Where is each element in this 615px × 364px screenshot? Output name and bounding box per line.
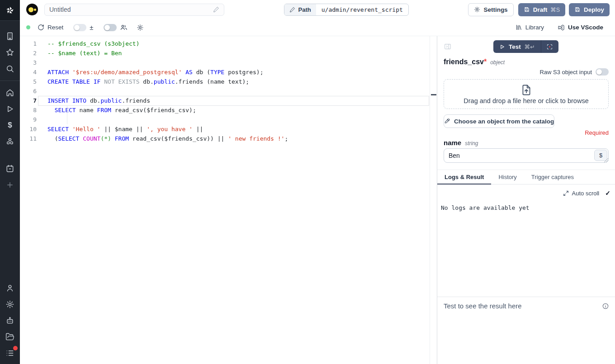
workspace-icon[interactable] bbox=[0, 28, 20, 44]
code-line-6[interactable]: 6 bbox=[20, 86, 437, 96]
line-number: 5 bbox=[20, 77, 37, 86]
left-sidebar: $ bbox=[0, 0, 20, 364]
favorites-star-icon[interactable] bbox=[0, 44, 20, 61]
path-label: Path bbox=[298, 6, 311, 13]
autoscroll-check-icon[interactable]: ✓ bbox=[605, 189, 610, 197]
code-editor[interactable]: 1-- $friends_csv (s3object)2-- $name (te… bbox=[20, 36, 437, 364]
add-icon[interactable] bbox=[0, 177, 20, 193]
home-icon[interactable] bbox=[0, 85, 20, 101]
runs-play-icon[interactable] bbox=[0, 101, 20, 117]
edit-title-pencil-icon[interactable] bbox=[213, 6, 219, 13]
line-number: 7 bbox=[20, 96, 37, 105]
workers-robot-icon[interactable] bbox=[0, 312, 20, 329]
input-resize-handle[interactable] bbox=[604, 158, 608, 162]
code-lines: 1-- $friends_csv (s3object)2-- $name (te… bbox=[20, 39, 437, 143]
line-number: 1 bbox=[20, 39, 37, 48]
info-icon[interactable] bbox=[602, 303, 609, 310]
code-text: INSERT INTO db.public.friends bbox=[47, 96, 437, 105]
code-line-4[interactable]: 4ATTACH '$res:u/demo/amazed_postgresql' … bbox=[20, 67, 437, 77]
choose-object-catalog-button[interactable]: Choose an object from the catalog bbox=[444, 114, 554, 128]
code-line-9[interactable]: 9 bbox=[20, 115, 437, 124]
autoscroll-label[interactable]: Auto scroll bbox=[572, 190, 600, 197]
tab-logs-result[interactable]: Logs & Result bbox=[437, 170, 491, 184]
audit-logs-list-icon[interactable] bbox=[0, 345, 20, 361]
tab-history[interactable]: History bbox=[491, 170, 524, 184]
settings-button[interactable]: Settings bbox=[468, 3, 513, 16]
code-text: (SELECT COUNT(*) FROM read_csv($friends_… bbox=[47, 134, 437, 143]
code-line-10[interactable]: 10SELECT 'Hello ' || $name || ', you hav… bbox=[20, 124, 437, 134]
code-line-7[interactable]: 7INSERT INTO db.public.friends bbox=[20, 96, 437, 105]
top-bar: Untitled Path u/admin/reverent_script bbox=[20, 0, 615, 19]
name-input[interactable] bbox=[444, 148, 609, 163]
code-line-3[interactable]: 3 bbox=[20, 58, 437, 67]
use-vscode-button[interactable]: Use VScode bbox=[558, 24, 603, 31]
indent-guide bbox=[67, 105, 67, 124]
deploy-label: Deploy bbox=[584, 6, 604, 13]
library-label: Library bbox=[525, 24, 544, 31]
code-text bbox=[47, 115, 437, 124]
collaborators-users-icon[interactable] bbox=[120, 24, 128, 31]
reset-button[interactable]: Reset bbox=[38, 24, 63, 31]
raw-s3-label: Raw S3 object input bbox=[539, 69, 592, 76]
reset-refresh-icon bbox=[38, 24, 44, 31]
settings-label: Settings bbox=[483, 6, 507, 13]
overview-ruler[interactable] bbox=[430, 36, 437, 364]
draft-button[interactable]: Draft ⌘S bbox=[518, 3, 565, 16]
edit-path-pencil-icon bbox=[289, 7, 295, 13]
save-icon bbox=[574, 6, 581, 13]
search-icon[interactable] bbox=[0, 61, 20, 77]
code-text: -- $name (text) = Ben bbox=[47, 48, 437, 58]
folders-icon[interactable] bbox=[0, 329, 20, 345]
code-line-8[interactable]: 8 SELECT name FROM read_csv($friends_csv… bbox=[20, 105, 437, 115]
code-text: -- $friends_csv (s3object) bbox=[47, 39, 437, 48]
result-placeholder: Test to see the result here bbox=[444, 302, 602, 310]
workspace-settings-gear-icon[interactable] bbox=[0, 296, 20, 312]
collapse-panel-icon[interactable] bbox=[444, 43, 452, 51]
schedules-calendar-icon[interactable] bbox=[0, 161, 20, 177]
code-line-5[interactable]: 5CREATE TABLE IF NOT EXISTS db.public.fr… bbox=[20, 77, 437, 86]
line-number: 9 bbox=[20, 115, 37, 124]
path-widget[interactable]: Path u/admin/reverent_script bbox=[284, 4, 409, 16]
pipette-icon bbox=[444, 118, 450, 124]
file-upload-icon bbox=[520, 84, 533, 96]
tab-trigger-captures[interactable]: Trigger captures bbox=[524, 170, 581, 184]
draft-label: Draft bbox=[533, 6, 548, 13]
file-dropzone[interactable]: Drag and drop a file here or click to br… bbox=[444, 79, 609, 109]
code-text bbox=[47, 86, 437, 96]
capture-button[interactable] bbox=[541, 40, 558, 53]
code-line-2[interactable]: 2-- $name (text) = Ben bbox=[20, 48, 437, 58]
code-text: ATTACH '$res:u/demo/amazed_postgresql' A… bbox=[47, 67, 437, 77]
account-user-icon[interactable] bbox=[0, 280, 20, 296]
collab-mode-toggle[interactable] bbox=[104, 24, 117, 31]
code-line-1[interactable]: 1-- $friends_csv (s3object) bbox=[20, 39, 437, 48]
path-label-section[interactable]: Path bbox=[284, 4, 316, 15]
library-button[interactable]: Library bbox=[516, 24, 544, 31]
script-title-input[interactable]: Untitled bbox=[44, 4, 224, 16]
deploy-button[interactable]: Deploy bbox=[569, 3, 610, 16]
expand-logs-icon[interactable] bbox=[563, 190, 569, 196]
arg-name-type: string bbox=[465, 140, 478, 147]
required-asterisk: * bbox=[484, 58, 487, 66]
notification-dot bbox=[13, 346, 18, 350]
dropzone-text: Drag and drop a file here or click to br… bbox=[464, 97, 588, 104]
catalog-button-label: Choose an object from the catalog bbox=[454, 118, 554, 125]
variables-dollar-icon[interactable]: $ bbox=[0, 117, 20, 133]
arg-name-label: name bbox=[444, 139, 461, 147]
line-number: 3 bbox=[20, 58, 37, 67]
resources-icon[interactable] bbox=[0, 133, 20, 150]
test-button[interactable]: Test ⌘↵ bbox=[493, 40, 541, 53]
cursor-position-marker bbox=[431, 94, 436, 95]
diff-mode-toggle[interactable] bbox=[73, 24, 86, 31]
code-line-11[interactable]: 11 (SELECT COUNT(*) FROM read_csv($frien… bbox=[20, 134, 437, 143]
path-value: u/admin/reverent_script bbox=[316, 4, 408, 15]
required-badge: Required bbox=[444, 129, 609, 137]
code-text bbox=[47, 58, 437, 67]
settings-gear-icon bbox=[474, 6, 480, 13]
test-shortcut: ⌘↵ bbox=[525, 43, 535, 50]
draft-shortcut: ⌘S bbox=[550, 6, 560, 13]
line-number: 11 bbox=[20, 134, 37, 143]
library-icon bbox=[516, 24, 522, 31]
editor-settings-gear-icon[interactable] bbox=[137, 24, 144, 31]
windmill-logo[interactable] bbox=[0, 0, 20, 21]
raw-s3-toggle[interactable] bbox=[596, 68, 609, 76]
